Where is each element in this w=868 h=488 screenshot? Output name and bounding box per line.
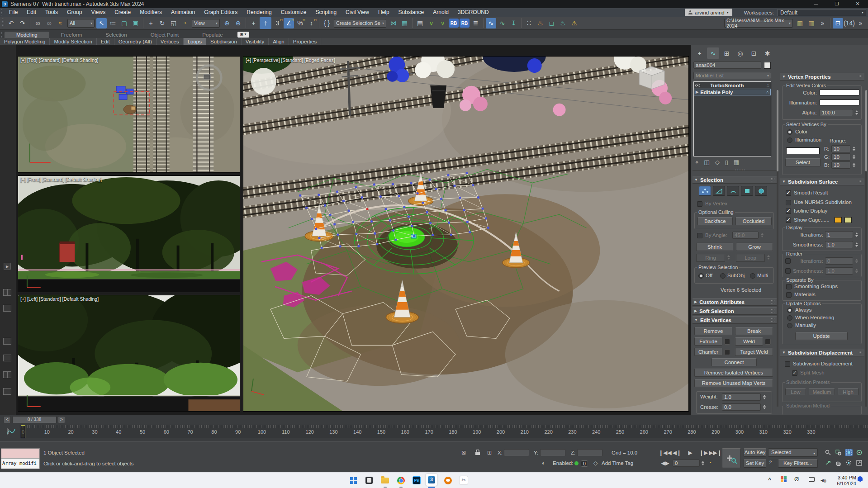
task-view-button[interactable] [363, 474, 375, 486]
file-explorer-icon[interactable] [379, 474, 391, 486]
configure-modifier-sets-icon[interactable]: ▦ [734, 159, 739, 166]
key-filters-button[interactable]: Key Filters... [778, 459, 818, 468]
select-by-color-radio[interactable] [787, 129, 792, 135]
pan-arrow-icon[interactable] [824, 460, 832, 466]
expand-arrow-icon[interactable]: ▶ [696, 90, 698, 94]
render-rb2-icon[interactable]: RB [460, 19, 470, 28]
named-selection-sets-icon[interactable]: { } [322, 18, 332, 28]
vertex-mode-icon[interactable] [699, 186, 711, 196]
ribbon-section-geometry-all-[interactable]: Geometry (All) [114, 38, 157, 45]
mirror-icon[interactable]: ⋈ [388, 18, 398, 28]
update-available-badge[interactable]: (14) [844, 18, 854, 28]
spinner-snap-icon[interactable]: ↕Ω [306, 18, 317, 28]
zoom-all-icon[interactable] [835, 449, 842, 456]
ring-button[interactable]: Ring [696, 254, 725, 262]
weld-settings-button[interactable] [765, 339, 771, 345]
pivot-mode-button[interactable]: ↑ [260, 17, 271, 29]
make-unique-icon[interactable]: ◇ [715, 159, 720, 166]
break-button[interactable]: Break [735, 327, 773, 335]
crease-spinner[interactable] [762, 403, 767, 411]
menu-create[interactable]: Create [110, 8, 135, 17]
cage-color-swatch[interactable] [835, 217, 842, 223]
ribbon-section-properties[interactable]: Properties [289, 38, 321, 45]
frame-counter[interactable]: 0 / 338 [12, 416, 57, 423]
select-and-move-icon[interactable]: + [146, 18, 156, 28]
trackbar-mini-curve-icon[interactable] [6, 426, 17, 436]
isoline-display-checkbox[interactable] [786, 208, 791, 214]
loop-spinner[interactable] [766, 254, 771, 261]
extrude-button[interactable]: Extrude [694, 337, 722, 346]
toolbar-overflow2-icon[interactable]: » [855, 18, 866, 28]
element-mode-icon[interactable] [755, 186, 767, 196]
project-folder-dropdown[interactable]: C:\Users\ANIM...\3ds Max 2024 [724, 19, 793, 28]
snipping-tool-icon[interactable] [458, 474, 470, 486]
tray-hidden-icon[interactable] [794, 476, 799, 483]
key-filters-curve-icon[interactable]: 𝄢 [769, 460, 773, 466]
menu-help[interactable]: Help [374, 8, 394, 17]
viewport-left-label[interactable]: [+] [Left] [Standard] [Default Shading] [20, 296, 99, 302]
render-rb-icon[interactable]: RB [449, 19, 459, 28]
chamfer-button[interactable]: Chamfer [694, 348, 722, 356]
selection-set-dropdown[interactable]: Selected [768, 448, 818, 457]
menu-edit[interactable]: Edit [22, 8, 41, 17]
connect-button[interactable]: Connect [711, 358, 757, 366]
left-column-scrollbar[interactable] [777, 90, 778, 407]
schematic-view-icon[interactable]: ∿ [497, 18, 508, 28]
orbit-subobject-icon[interactable] [845, 460, 853, 466]
workspace-dropdown[interactable]: Default [778, 9, 866, 16]
orbit-icon[interactable] [855, 449, 863, 456]
scene-warning-icon[interactable]: ⚠ [569, 18, 579, 28]
ribbon-section-align[interactable]: Align [269, 38, 289, 45]
modifier-list-dropdown[interactable]: Modifier List [693, 72, 771, 79]
ribbon-section-vertices[interactable]: Vertices [157, 38, 184, 45]
ribbon-tab-modeling[interactable]: Modeling [5, 32, 49, 38]
menu-customize[interactable]: Customize [276, 8, 311, 17]
menu-3dground[interactable]: 3DGROUND [453, 8, 493, 17]
y-coordinate-field[interactable] [540, 449, 565, 456]
menu-scripting[interactable]: Scripting [311, 8, 341, 17]
macro-recorder-line[interactable] [1, 449, 39, 459]
crease-field[interactable]: 0.0 [722, 403, 761, 411]
create-selection-set-dropdown[interactable]: Create Selection Se [334, 19, 386, 28]
rollout-subdivision-surface[interactable]: ▼Subdivision Surface [780, 178, 864, 185]
x-coordinate-field[interactable] [504, 449, 529, 456]
pan-hand-icon[interactable] [835, 460, 842, 466]
asset-import-icon[interactable]: ▥ [795, 18, 805, 28]
frame-spinner[interactable] [700, 460, 705, 467]
grow-button[interactable]: Grow [736, 243, 773, 251]
clock-tray[interactable]: 3:40 PM 6/1/2024 [837, 475, 856, 486]
viewport-top[interactable]: [+] [Top] [Standard] [Default Shading] [18, 56, 240, 173]
ribbon-section-edit[interactable]: Edit [97, 38, 114, 45]
ribbon-section-polygon-modeling[interactable]: Polygon Modeling [0, 38, 50, 45]
go-to-end-button[interactable]: ▶▶❙ [711, 449, 719, 456]
rendered-frame-icon[interactable]: ◻ [546, 18, 557, 28]
menu-file[interactable]: File [5, 8, 22, 17]
render-setup-icon[interactable]: ♨ [535, 18, 545, 28]
maxscript-mini-listener[interactable]: Array modifi [1, 448, 40, 469]
ribbon-minimize-icon[interactable]: ∨ [437, 18, 448, 28]
unlink-selection-icon[interactable]: ∞ [44, 18, 54, 28]
right-column-scrollbar[interactable] [865, 90, 867, 407]
target-weld-button[interactable]: Target Weld [735, 348, 773, 356]
use-nurms-checkbox[interactable] [786, 200, 791, 205]
display-iterations-spinner[interactable] [854, 231, 859, 238]
ref-coord-center-icon[interactable]: ◔ [180, 18, 190, 28]
viewport-front-label[interactable]: [+] [Front] [Standard] [Default Shading] [20, 177, 102, 182]
display-smoothness-field[interactable]: 1.0 [825, 241, 853, 248]
material-editor-icon[interactable]: ↧ [508, 18, 519, 28]
current-frame-field[interactable]: 0 [673, 460, 700, 467]
menu-arnold[interactable]: Arnold [428, 8, 453, 17]
ribbon-section-loops[interactable]: Loops [184, 38, 206, 45]
show-end-result-icon[interactable]: ◫ [704, 159, 709, 166]
split-mesh-checkbox[interactable] [792, 370, 797, 376]
update-when-rendering-radio[interactable] [787, 315, 792, 321]
remove-button[interactable]: Remove [694, 327, 732, 335]
loop-button[interactable]: Loop [736, 254, 765, 262]
undo-icon[interactable]: ↶ [6, 18, 16, 28]
snaps-toggle-icon[interactable]: 3Ω [272, 18, 283, 28]
visibility-eye-icon[interactable] [695, 84, 700, 87]
range-r-field[interactable]: 10 [831, 145, 850, 152]
object-name-field[interactable]: asas004 [693, 62, 761, 69]
remove-isolated-vertices-button[interactable]: Remove Isolated Vertices [694, 369, 773, 377]
menu-modifiers[interactable]: Modifiers [135, 8, 166, 17]
